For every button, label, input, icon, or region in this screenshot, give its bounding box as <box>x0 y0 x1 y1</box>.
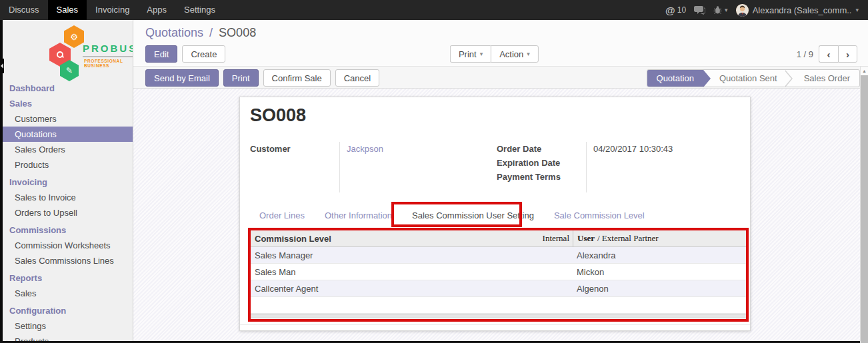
sidebar-item-label: Customers <box>15 114 57 124</box>
table-empty-row <box>251 297 746 314</box>
user-menu[interactable]: Alexandra (Sales_comm.. ▾ <box>736 4 859 17</box>
sidebar-item-products-config[interactable]: ▸Products <box>3 334 133 341</box>
confirm-sale-button[interactable]: Confirm Sale <box>263 69 331 87</box>
sidebar-item-label: Orders to Upsell <box>15 208 77 218</box>
sidebar-item-sales-commissions-lines[interactable]: Sales Commissions Lines <box>3 253 133 268</box>
sidebar-item-sales-orders[interactable]: Sales Orders <box>3 142 133 157</box>
probuse-logo: ⚙ ✎ PROBUSE PROFESSIONAL BUSINESS <box>12 25 129 77</box>
sidebar-item-label: Sales Commissions Lines <box>15 256 114 266</box>
messages-icon[interactable] <box>694 5 705 15</box>
table-row[interactable]: Callcenter Agent Algenon <box>251 280 746 297</box>
sidebar-heading-configuration[interactable]: Configuration <box>3 303 133 318</box>
print-label: Print <box>459 49 477 59</box>
tab-other-information[interactable]: Other Information <box>315 205 402 227</box>
sidebar-heading-reports[interactable]: Reports <box>3 270 133 286</box>
vertical-scrollbar[interactable]: ▲ <box>860 67 868 343</box>
brand-name: PROBUSE <box>83 43 133 57</box>
sidebar-item-quotations[interactable]: Quotations <box>3 127 133 142</box>
sidebar-item-sales-report[interactable]: Sales <box>3 286 133 301</box>
breadcrumb-quotations-link[interactable]: Quotations <box>145 26 203 39</box>
sidebar-item-sales-to-invoice[interactable]: Sales to Invoice <box>3 190 133 205</box>
scroll-up-icon[interactable]: ▲ <box>861 67 868 75</box>
control-panel: Quotations / SO008 Edit Create Print ▾ A… <box>133 20 868 67</box>
content-area: SO008 Customer Jackpson Order Date Expir… <box>133 89 860 343</box>
cell-user: Algenon <box>573 284 746 294</box>
cell-commission-level: Callcenter Agent <box>251 284 573 294</box>
create-button[interactable]: Create <box>182 45 225 63</box>
customer-field-value[interactable]: Jackpson <box>347 142 477 156</box>
state-quotation-sent[interactable]: Quotation Sent <box>703 70 787 87</box>
tab-sale-commission-level[interactable]: Sale Commission Level <box>544 205 655 227</box>
print-button[interactable]: Print <box>223 69 259 87</box>
caret-down-icon: ▾ <box>527 51 530 57</box>
sidebar-item-label: Sales <box>15 288 37 298</box>
sidebar-item-label: Products <box>15 160 49 170</box>
nav-item-settings[interactable]: Settings <box>175 0 224 20</box>
nav-item-apps[interactable]: Apps <box>138 0 175 20</box>
action-dropdown-button[interactable]: Action ▾ <box>491 45 539 63</box>
breadcrumb-separator: / <box>209 26 213 39</box>
sidebar-collapse-handle[interactable] <box>0 59 4 73</box>
sidebar-item-products[interactable]: Products <box>3 157 133 172</box>
order-date-value: 04/20/2017 10:30:43 <box>593 142 743 156</box>
sidebar-item-label: Products <box>15 336 49 341</box>
customer-field-label: Customer <box>250 142 339 156</box>
edit-button[interactable]: Edit <box>145 45 177 63</box>
table-horizontal-scrollbar[interactable] <box>251 314 746 318</box>
pager: 1 / 9 ‹ › <box>797 45 857 63</box>
expiration-date-value <box>593 156 743 170</box>
sidebar-menu: Dashboard Sales Customers Quotations Sal… <box>3 79 133 341</box>
sheet-divider <box>240 324 750 325</box>
pager-next-button[interactable]: › <box>838 45 857 63</box>
state-quotation[interactable]: Quotation <box>647 70 703 87</box>
cell-user: Alexandra <box>573 250 746 260</box>
nav-item-discuss[interactable]: Discuss <box>0 0 48 20</box>
sidebar-item-orders-to-upsell[interactable]: Orders to Upsell <box>3 205 133 220</box>
sidebar-heading-dashboard[interactable]: Dashboard <box>3 81 133 96</box>
status-row: Send by Email Print Confirm Sale Cancel … <box>133 67 868 89</box>
state-sales-order[interactable]: Sales Order <box>795 70 859 87</box>
cell-commission-level: Sales Manager <box>251 250 573 260</box>
window-left-edge <box>0 20 3 343</box>
order-date-label: Order Date <box>497 142 586 156</box>
action-label: Action <box>499 49 523 59</box>
col-header-commission-level: Commission Level <box>255 234 331 244</box>
sidebar-item-label: Sales Orders <box>15 145 65 155</box>
table-row[interactable]: Sales Man Mickon <box>251 264 746 280</box>
scrollbar-thumb[interactable] <box>861 75 868 343</box>
user-name: Alexandra (Sales_comm.. <box>753 5 852 15</box>
debug-bug-icon[interactable]: ▾ <box>713 5 728 15</box>
main-area: Quotations / SO008 Edit Create Print ▾ A… <box>133 20 868 343</box>
statusbar: Quotation Quotation Sent Sales Order <box>647 69 860 87</box>
sidebar-item-settings[interactable]: Settings <box>3 318 133 334</box>
caret-down-icon: ▾ <box>725 7 728 13</box>
print-dropdown-button[interactable]: Print ▾ <box>450 45 491 63</box>
tab-order-lines[interactable]: Order Lines <box>249 205 315 227</box>
mention-count: 10 <box>677 5 686 15</box>
tab-sales-commission-user-setting[interactable]: Sales Commission User Setting <box>402 205 544 227</box>
pager-previous-button[interactable]: ‹ <box>819 45 838 63</box>
sidebar-heading-sales[interactable]: Sales <box>3 96 133 111</box>
at-icon: @ <box>665 5 675 16</box>
top-navbar: Discuss Sales Invoicing Apps Settings @ … <box>0 0 868 20</box>
odoo-window: Discuss Sales Invoicing Apps Settings @ … <box>0 0 868 343</box>
brand-tagline: PROFESSIONAL BUSINESS <box>84 59 129 68</box>
sidebar-item-label: Sales to Invoice <box>15 192 76 202</box>
table-header-row: Commission Level Internal User / Externa… <box>251 230 746 247</box>
payment-terms-value <box>593 170 743 184</box>
table-row[interactable]: Sales Manager Alexandra <box>251 247 746 264</box>
sidebar-item-label: Commission Worksheets <box>15 240 111 250</box>
nav-item-sales[interactable]: Sales <box>48 0 87 20</box>
sidebar-heading-invoicing[interactable]: Invoicing <box>3 174 133 190</box>
state-separator-chevron <box>787 70 795 87</box>
pager-value: 1 / 9 <box>797 49 813 59</box>
sidebar-item-label: Settings <box>15 321 46 331</box>
cancel-button[interactable]: Cancel <box>335 69 379 87</box>
nav-item-invoicing[interactable]: Invoicing <box>87 0 138 20</box>
sidebar-heading-commissions[interactable]: Commissions <box>3 222 133 238</box>
red-annotation-box-table: Commission Level Internal User / Externa… <box>248 228 749 322</box>
sidebar-item-commission-worksheets[interactable]: Commission Worksheets <box>3 238 133 253</box>
send-by-email-button[interactable]: Send by Email <box>145 69 219 87</box>
sidebar-item-customers[interactable]: Customers <box>3 111 133 127</box>
mentions-counter[interactable]: @ 10 <box>665 5 686 16</box>
